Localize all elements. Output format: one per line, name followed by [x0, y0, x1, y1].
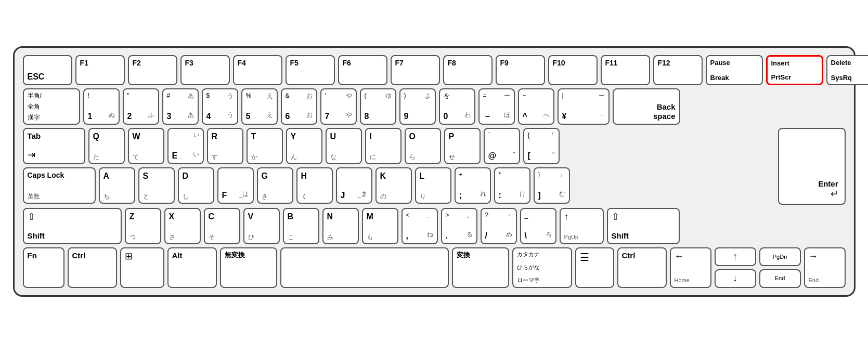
key-up-arrow[interactable]: ↑ — [715, 247, 756, 266]
key-f8[interactable]: F8 — [443, 55, 493, 85]
key-bracket-l[interactable]: {「 [° — [523, 128, 560, 164]
key-f4[interactable]: F4 — [233, 55, 282, 85]
key-a[interactable]: A ち — [99, 167, 135, 204]
key-slash[interactable]: ?・ /め — [481, 208, 517, 244]
key-insert[interactable]: Insert PrtScr — [766, 55, 823, 85]
key-ro[interactable]: _ \ろ — [520, 208, 556, 244]
key-caps-lock[interactable]: Caps Lock 英数 — [23, 167, 96, 204]
key-caret[interactable]: ~ ^へ — [518, 88, 554, 125]
key-yen[interactable]: |ー ¥－ — [558, 88, 610, 125]
key-3[interactable]: #あ 3あ — [162, 88, 199, 125]
key-f7[interactable]: F7 — [391, 55, 440, 85]
key-s[interactable]: S と — [138, 167, 175, 204]
key-t[interactable]: T か — [247, 128, 283, 164]
key-i[interactable]: I に — [365, 128, 401, 164]
key-pause[interactable]: Pause Break — [706, 55, 763, 85]
zxcv-row: ⇧ Shift Z つ X さ C そ V ひ B こ N み M も — [23, 208, 846, 244]
qwerty-rows: Tab ⇥ Q た W て い Eい R す — [23, 128, 775, 205]
key-esc[interactable]: ESC — [23, 55, 72, 85]
key-colon[interactable]: * :け — [494, 167, 530, 204]
key-q[interactable]: Q た — [88, 128, 125, 164]
key-6[interactable]: &お 6お — [281, 88, 317, 125]
keyboard: ESC F1 F2 F3 F4 F5 F6 F7 F8 F9 F10 F11 F… — [13, 46, 856, 296]
key-l[interactable]: L り — [415, 167, 451, 204]
key-delete[interactable]: Delete SysRq — [826, 55, 869, 85]
key-z[interactable]: Z つ — [125, 208, 161, 244]
arrow-cluster: ↑ PgDn ↓ End — [715, 247, 801, 287]
key-w[interactable]: W て — [128, 128, 164, 164]
key-c[interactable]: C そ — [204, 208, 240, 244]
key-f6[interactable]: F6 — [338, 55, 387, 85]
key-f9[interactable]: F9 — [496, 55, 545, 85]
key-f12[interactable]: F12 — [653, 55, 703, 85]
key-enter[interactable]: Enter ↵ — [778, 128, 846, 205]
key-shift-right[interactable]: ⇧ Shift — [607, 208, 680, 244]
key-8[interactable]: (ゆ 8 — [360, 88, 396, 125]
key-u[interactable]: U な — [326, 128, 362, 164]
key-right-arrow[interactable]: → End — [804, 247, 846, 287]
key-4[interactable]: $う 4う — [202, 88, 238, 125]
key-fn[interactable]: Fn — [23, 247, 64, 287]
key-period[interactable]: >。 .る — [441, 208, 477, 244]
key-ctrl-right[interactable]: Ctrl — [617, 247, 667, 287]
key-9[interactable]: )よ 9 — [399, 88, 436, 125]
key-m[interactable]: M も — [362, 208, 398, 244]
key-p[interactable]: P せ — [444, 128, 481, 164]
key-v[interactable]: V ひ — [243, 208, 280, 244]
function-key-row: ESC F1 F2 F3 F4 F5 F6 F7 F8 F9 F10 F11 F… — [23, 55, 846, 85]
key-n[interactable]: N み — [322, 208, 359, 244]
key-f3[interactable]: F3 — [180, 55, 230, 85]
key-henkan[interactable]: 変換 — [452, 247, 509, 287]
key-e[interactable]: い Eい — [167, 128, 204, 164]
key-x[interactable]: X さ — [164, 208, 201, 244]
qwerty-rows-wrapper: Tab ⇥ Q た W て い Eい R す — [23, 128, 846, 205]
key-space[interactable] — [280, 247, 449, 287]
key-shift-left[interactable]: ⇧ Shift — [23, 208, 122, 244]
key-ctrl-left[interactable]: Ctrl — [68, 247, 117, 287]
key-backspace[interactable]: Backspace — [613, 88, 680, 125]
key-j[interactable]: J_ま — [336, 167, 372, 204]
asdf-row: Caps Lock 英数 A ち S と D し F_は — [23, 167, 775, 204]
key-g[interactable]: G き — [257, 167, 293, 204]
key-5[interactable]: %え 5え — [241, 88, 278, 125]
key-minus[interactable]: =ー －ほ — [478, 88, 515, 125]
key-f11[interactable]: F11 — [601, 55, 650, 85]
key-k[interactable]: K の — [375, 167, 412, 204]
number-row: 半角/ 全角 漢字 ! 1ぬ " 2ふ #あ 3あ $う 4う %え 5え — [23, 88, 846, 125]
key-at[interactable]: ` @" — [484, 128, 520, 164]
bottom-row: Fn Ctrl ⊞ Alt 無変換 変換 カタカナ ひらがな ローマ字 ☰ Ct… — [23, 247, 846, 287]
key-r[interactable]: R す — [207, 128, 243, 164]
key-0[interactable]: を 0わ — [439, 88, 475, 125]
key-f[interactable]: F_は — [217, 167, 254, 204]
key-windows[interactable]: ⊞ — [120, 247, 164, 287]
key-left-arrow[interactable]: ← Home — [670, 247, 711, 287]
key-katakana[interactable]: カタカナ ひらがな ローマ字 — [512, 247, 572, 287]
key-tab[interactable]: Tab ⇥ — [23, 128, 85, 164]
key-pgdn[interactable]: PgDn — [759, 247, 801, 266]
key-f5[interactable]: F5 — [286, 55, 335, 85]
key-y[interactable]: Y ん — [286, 128, 322, 164]
key-app[interactable]: ☰ — [575, 247, 614, 287]
key-down-arrow[interactable]: ↓ — [715, 269, 756, 288]
key-end[interactable]: End — [759, 269, 801, 288]
key-semicolon[interactable]: + ;れ — [455, 167, 491, 204]
key-muhenkan[interactable]: 無変換 — [220, 247, 277, 287]
key-b[interactable]: B こ — [283, 208, 319, 244]
key-o[interactable]: O ら — [405, 128, 441, 164]
key-d[interactable]: D し — [178, 167, 214, 204]
key-alt[interactable]: Alt — [167, 247, 217, 287]
key-1[interactable]: ! 1ぬ — [83, 88, 120, 125]
key-f10[interactable]: F10 — [548, 55, 598, 85]
qwerty-row: Tab ⇥ Q た W て い Eい R す — [23, 128, 775, 164]
key-pgup-shift[interactable]: ↑ PgUp — [560, 208, 604, 244]
key-f2[interactable]: F2 — [128, 55, 177, 85]
key-hankaku[interactable]: 半角/ 全角 漢字 — [23, 88, 80, 125]
key-f1[interactable]: F1 — [75, 55, 125, 85]
key-2[interactable]: " 2ふ — [123, 88, 159, 125]
key-7[interactable]: 'や 7や — [320, 88, 357, 125]
key-h[interactable]: H く — [296, 167, 333, 204]
key-bracket-r[interactable]: }」 ]む — [534, 167, 570, 204]
key-comma[interactable]: <、 ,ね — [401, 208, 438, 244]
